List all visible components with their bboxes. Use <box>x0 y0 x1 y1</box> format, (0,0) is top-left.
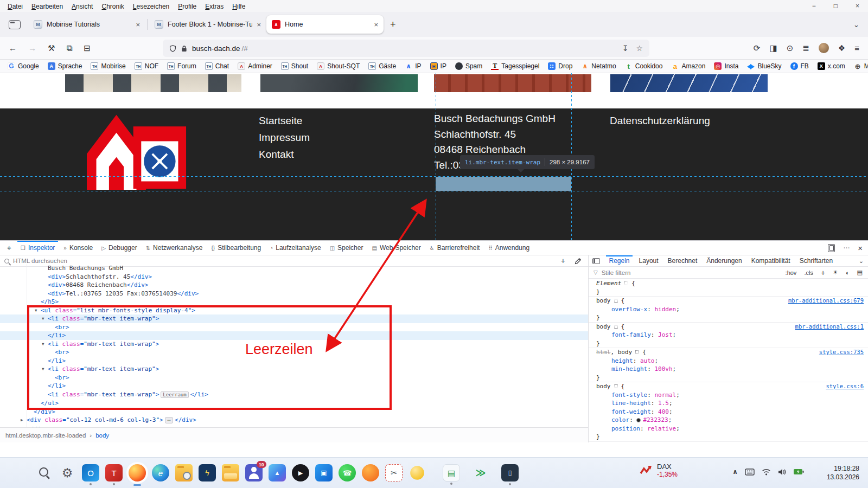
outlook-taskbar-icon[interactable]: O <box>82 464 99 481</box>
menu-item-profile[interactable]: Profile <box>174 3 201 10</box>
sidebar-tab-regeln[interactable]: Regeln <box>604 255 634 267</box>
highlight-selector-icon[interactable] <box>614 325 618 329</box>
devtools-tab-laufzeitanalyse[interactable]: ◔Laufzeitanalyse <box>265 241 325 255</box>
bookmark-item[interactable]: THForum <box>167 62 196 70</box>
style-filter-input[interactable]: Stile filtern <box>602 269 631 276</box>
bookmark-item[interactable]: ASprache <box>48 62 82 70</box>
file-explorer-taskbar-icon[interactable] <box>222 464 239 481</box>
edge-taskbar-icon[interactable]: e <box>152 464 169 481</box>
save-page-icon[interactable]: ↧ <box>622 44 629 53</box>
markup-row[interactable]: </ul> <box>0 399 588 408</box>
menu-icon[interactable]: ≡ <box>854 43 859 53</box>
markup-row[interactable]: </h5> <box>0 298 588 306</box>
browser-tab[interactable]: MFooter Block 1 - Mobirise-Tutor× <box>149 15 266 34</box>
devtools-tab-netzwerkanalyse[interactable]: ⇅Netzwerkanalyse <box>142 241 207 255</box>
bookmark-item[interactable]: fFB <box>790 62 809 70</box>
bookmark-star-icon[interactable]: ☆ <box>636 44 643 53</box>
keyboard-icon[interactable] <box>745 468 755 476</box>
notes-app-taskbar-icon[interactable]: ▤ <box>443 464 460 481</box>
devtools-tab-barrierefreiheit[interactable]: ♿Barrierefreiheit <box>425 241 484 255</box>
footer-link[interactable]: Impressum <box>259 132 310 144</box>
snipping-tool-taskbar-icon[interactable]: ✂ <box>385 464 403 481</box>
sidebar-tab-berechnet[interactable]: Berechnet <box>663 255 702 267</box>
css-declaration[interactable]: font-family: Jost; <box>589 331 868 339</box>
browser-tab[interactable]: ∧Home× <box>266 15 384 34</box>
markup-row[interactable]: <div>Schlachthofstr. 45</div> <box>0 273 588 281</box>
folder-utility-taskbar-icon[interactable] <box>175 464 193 481</box>
new-tab-button[interactable]: + <box>390 19 396 30</box>
breadcrumb-selected[interactable]: body <box>95 432 109 439</box>
rule-selector-row[interactable]: body{style.css:6 <box>589 382 868 391</box>
bookmark-item[interactable]: HIP <box>430 62 446 70</box>
battery-icon[interactable] <box>793 468 804 476</box>
markup-row[interactable]: </li> <box>0 331 588 340</box>
rule-selector-row[interactable]: Element{ <box>589 279 868 288</box>
screenshot-icon[interactable]: ⊙ <box>787 43 794 53</box>
css-declaration[interactable]: font-weight: 400; <box>589 408 868 416</box>
dark-scheme-icon[interactable]: ◐ <box>846 269 850 276</box>
bookmark-item[interactable]: AShout-SQT <box>317 62 360 70</box>
sidebar-tabs-overflow-icon[interactable]: ⌄ <box>859 258 864 265</box>
highlight-selector-icon[interactable] <box>614 384 618 388</box>
camera-app-taskbar-icon[interactable]: ▣ <box>315 464 333 481</box>
css-declaration[interactable]: line-height: 1.5; <box>589 399 868 408</box>
bookmark-item[interactable]: BlueSky <box>747 62 781 70</box>
sidebar-tab-änderungen[interactable]: Änderungen <box>702 255 746 267</box>
markup-row[interactable]: ▶<div class="col-12 col-md-6 col-lg-3">⋯… <box>0 416 588 425</box>
markup-row[interactable]: ▼<li class="mbr-text item-wrap"> <box>0 314 588 323</box>
close-button[interactable]: × <box>856 2 859 10</box>
bookmark-item[interactable]: ∧Netatmo <box>581 62 616 70</box>
sidebar-tab-schriftarten[interactable]: Schriftarten <box>795 255 837 267</box>
eyedropper-icon[interactable] <box>575 258 582 265</box>
bookmark-item[interactable]: THChat <box>205 62 229 70</box>
markup-row[interactable]: Busch Bedachungs GmbH <box>0 264 588 273</box>
rule-selector-row[interactable]: body{bootstrap-reboot.min.css:7 <box>589 442 868 443</box>
markup-row[interactable]: ▼<li class="mbr-text item-wrap"> <box>0 365 588 374</box>
tab-close-icon[interactable]: × <box>257 21 261 29</box>
copy-page-icon[interactable]: ⧉ <box>66 43 72 53</box>
twisty-expanded-icon[interactable]: ▼ <box>42 365 48 374</box>
bookmark-item[interactable]: THGäste <box>368 62 396 70</box>
start-button-taskbar-icon[interactable] <box>12 464 29 481</box>
devtools-tab-debugger[interactable]: ▷Debugger <box>97 241 141 255</box>
list-all-tabs-button[interactable]: ⌄ <box>853 21 859 29</box>
bookmark-item[interactable]: THMobirise <box>91 62 125 70</box>
devtools-tab-konsole[interactable]: »Konsole <box>59 241 97 255</box>
tray-overflow-icon[interactable]: ∧ <box>732 468 738 476</box>
bookmark-item[interactable]: THShout <box>281 62 308 70</box>
print-simulation-icon[interactable]: ▤ <box>857 269 863 276</box>
menu-item-hilfe[interactable]: Hilfe <box>228 3 250 10</box>
markup-row[interactable]: <br> <box>0 374 588 382</box>
css-declaration[interactable]: min-height: 100vh; <box>589 365 868 374</box>
dev-app-taskbar-icon[interactable]: ϟ <box>199 464 216 481</box>
search-taskbar-icon[interactable] <box>35 464 53 481</box>
tab-close-icon[interactable]: × <box>136 21 140 29</box>
menu-item-chronik[interactable]: Chronik <box>97 3 128 10</box>
class-button[interactable]: .cls <box>804 269 813 276</box>
fox-app-taskbar-icon[interactable] <box>362 464 379 481</box>
markup-row[interactable]: <li class="mbr-text item-wrap">Leerraum<… <box>0 390 588 400</box>
teams-taskbar-icon[interactable]: 10 <box>245 464 263 481</box>
firefox-view-icon[interactable] <box>9 20 21 29</box>
markup-row[interactable]: </div> <box>0 425 588 428</box>
devtools-tab-inspektor[interactable]: ❒Inspektor <box>16 241 59 255</box>
menu-item-ansicht[interactable]: Ansicht <box>67 3 97 10</box>
bookmark-item[interactable]: ◎Insta <box>714 62 738 70</box>
firefox-taskbar-icon[interactable] <box>129 464 146 481</box>
whatsapp-taskbar-icon[interactable]: ☎ <box>339 464 356 481</box>
color-swatch[interactable] <box>636 418 641 422</box>
tools-icon[interactable]: ⚒ <box>48 43 55 53</box>
forward-icon[interactable]: → <box>28 43 36 53</box>
stylesheet-link[interactable]: style.css:6 <box>826 382 864 391</box>
extensions-icon[interactable]: ❖ <box>838 43 845 53</box>
reload-icon[interactable]: ⟳ <box>754 43 761 53</box>
element-picker-icon[interactable]: ⌖ <box>2 243 16 253</box>
photos-taskbar-icon[interactable]: ▲ <box>269 464 286 481</box>
shield-icon[interactable] <box>169 44 176 53</box>
css-declaration[interactable]: color: #232323; <box>589 416 868 425</box>
stylesheet-link[interactable]: bootstrap-reboot.min.css:7 <box>775 442 864 443</box>
breadcrumb-root[interactable]: html.desktop.mbr-site-loaded <box>5 432 86 439</box>
bookmark-item[interactable]: Xx.com <box>818 62 845 70</box>
sidebar-tab-layout[interactable]: Layout <box>634 255 663 267</box>
bookmark-item[interactable]: TTagesspiegel <box>491 62 539 70</box>
